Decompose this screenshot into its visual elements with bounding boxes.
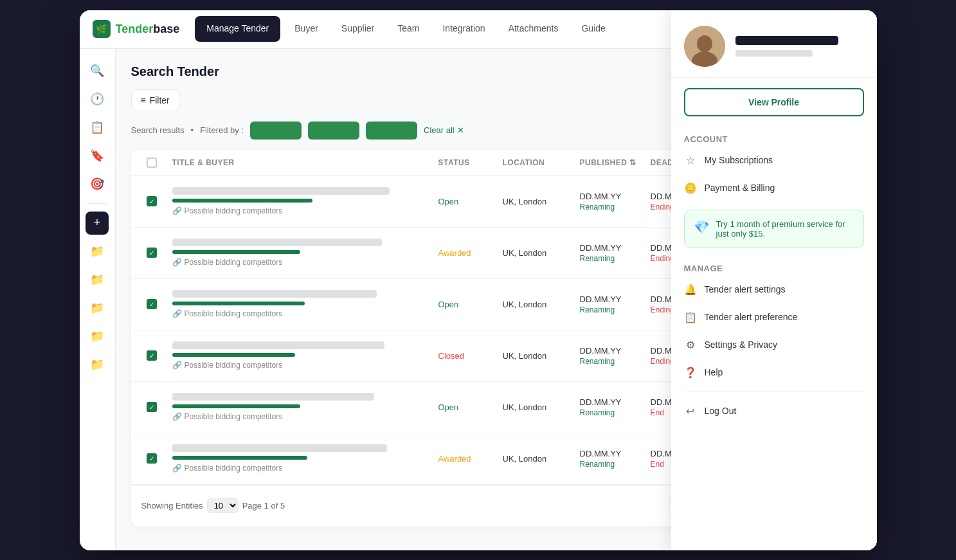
profile-avatar — [684, 49, 725, 67]
diamond-icon: 💎 — [694, 219, 710, 235]
profile-panel: View Profile Account ☆ My Subscriptions … — [671, 49, 877, 550]
sidebar-icon-folder-dark[interactable]: 📁 — [86, 353, 109, 376]
sidebar-icon-folder-blue[interactable]: 📁 — [86, 325, 109, 348]
title-bar — [172, 341, 384, 349]
nav-team[interactable]: Team — [386, 10, 431, 49]
nav-supplier[interactable]: Supplier — [330, 10, 386, 49]
row-status-3: Open — [433, 294, 498, 314]
premium-banner[interactable]: 💎 Try 1 month of premium service for jus… — [684, 210, 864, 248]
help-menu-item[interactable]: ❓ Help — [671, 359, 877, 386]
billing-icon: 🪙 — [684, 182, 697, 194]
progress-bar — [172, 302, 305, 305]
filter-chip-2[interactable] — [308, 122, 359, 140]
filter-icon: ≡ — [141, 95, 146, 105]
row-title-3: 🔗 Possible bidding competitors — [167, 285, 433, 323]
clear-all-button[interactable]: Clear all ✕ — [424, 125, 464, 135]
showing-label: Showing Entities — [141, 501, 203, 510]
row-checkbox-3[interactable]: ✓ — [141, 294, 167, 314]
page-info: Page 1 of 5 — [242, 501, 285, 510]
row-title-2: 🔗 Possible bidding competitors — [167, 233, 433, 272]
sidebar: 🔍 🕐 📋 🔖 🎯 + 📁 📁 📁 📁 📁 — [80, 49, 116, 550]
logo-icon: 🌿 — [93, 20, 111, 38]
sidebar-icon-clock[interactable]: 🕐 — [86, 87, 109, 111]
row-status-5: Open — [433, 397, 498, 417]
clear-icon: ✕ — [457, 125, 464, 135]
sidebar-icon-target[interactable]: 🎯 — [86, 172, 109, 195]
competitor-link[interactable]: 🔗 Possible bidding competitors — [172, 464, 428, 473]
nav-buyer[interactable]: Buyer — [283, 10, 330, 49]
row-title-1: 🔗 Possible bidding competitors — [167, 182, 433, 221]
row-checkbox-6[interactable]: ✓ — [141, 448, 167, 469]
filtered-by-label: • — [191, 125, 194, 135]
progress-bar — [172, 353, 295, 357]
settings-privacy-menu-item[interactable]: ⚙ Settings & Privacy — [671, 331, 877, 359]
alert-settings-icon: 🔔 — [684, 284, 697, 296]
row-checkbox-5[interactable]: ✓ — [141, 397, 167, 417]
per-page-select[interactable]: 10 20 50 — [207, 498, 239, 513]
tender-alert-preference-menu-item[interactable]: 📋 Tender alert preference — [671, 303, 877, 331]
row-location-3: UK, London — [498, 294, 575, 314]
row-location-6: UK, London — [498, 449, 575, 469]
title-bar — [172, 239, 382, 246]
competitor-link[interactable]: 🔗 Possible bidding competitors — [172, 309, 428, 318]
view-profile-button[interactable]: View Profile — [684, 88, 864, 116]
filter-chip-1[interactable] — [250, 122, 302, 140]
progress-bar — [172, 404, 300, 408]
payment-billing-menu-item[interactable]: 🪙 Payment & Billing — [671, 174, 877, 202]
sidebar-icon-list[interactable]: 📋 — [86, 116, 109, 139]
logo-text: Tenderbase — [116, 23, 180, 36]
row-published-4: DD.MM.YY Renaming — [575, 341, 645, 371]
nav-manage-tender[interactable]: Manage Tender — [195, 16, 280, 42]
sidebar-icon-add[interactable]: + — [86, 212, 109, 235]
sidebar-icon-folder-orange[interactable]: 📁 — [86, 268, 109, 291]
logo: 🌿 Tenderbase — [93, 20, 180, 38]
help-icon: ❓ — [684, 366, 697, 379]
settings-icon: ⚙ — [684, 339, 697, 351]
row-title-4: 🔗 Possible bidding competitors — [167, 336, 433, 375]
main-layout: 🔍 🕐 📋 🔖 🎯 + 📁 📁 📁 📁 📁 Search Tender ≡ Fi… — [80, 49, 877, 550]
th-title: TITLE & BUYER — [167, 150, 433, 176]
sidebar-icon-folder-red[interactable]: 📁 — [86, 296, 109, 320]
nav-attachments[interactable]: Attachments — [497, 10, 570, 49]
logout-menu-item[interactable]: ↩ Log Out — [671, 397, 877, 425]
premium-text: Try 1 month of premium service for just … — [716, 219, 854, 239]
filter-button[interactable]: ≡ Filter — [131, 89, 179, 111]
profile-header — [671, 49, 877, 78]
th-published: PUBLISHED ⇅ — [575, 150, 645, 176]
nav-guide[interactable]: Guide — [570, 10, 617, 49]
header-checkbox[interactable] — [147, 158, 157, 168]
sidebar-icon-bookmark[interactable]: 🔖 — [86, 144, 109, 167]
subscriptions-icon: ☆ — [684, 154, 697, 167]
filter-chip-3[interactable] — [366, 122, 417, 140]
row-checkbox-2[interactable]: ✓ — [141, 242, 167, 263]
settings-privacy-label: Settings & Privacy — [705, 339, 778, 350]
showing-entities: Showing Entities 10 20 50 Page 1 of 5 — [141, 498, 285, 513]
row-status-4: Closed — [433, 346, 498, 366]
row-checkbox-4[interactable]: ✓ — [141, 345, 167, 366]
sidebar-icon-search[interactable]: 🔍 — [86, 59, 109, 82]
row-status-1: Open — [433, 192, 498, 212]
logout-icon: ↩ — [684, 405, 697, 417]
profile-info — [735, 49, 838, 57]
row-status-6: Awarded — [433, 449, 498, 469]
title-bar — [172, 393, 374, 401]
competitor-link[interactable]: 🔗 Possible bidding competitors — [172, 412, 428, 421]
th-location: LOCATION — [498, 150, 575, 176]
row-checkbox-1[interactable]: ✓ — [141, 191, 167, 212]
row-location-2: UK, London — [498, 243, 575, 263]
my-subscriptions-label: My Subscriptions — [705, 155, 773, 165]
th-status: STATUS — [433, 150, 498, 176]
progress-bar — [172, 250, 300, 254]
my-subscriptions-menu-item[interactable]: ☆ My Subscriptions — [671, 147, 877, 174]
divider — [684, 392, 864, 392]
competitor-link[interactable]: 🔗 Possible bidding competitors — [172, 361, 428, 370]
sidebar-icon-folder-green[interactable]: 📁 — [86, 240, 109, 263]
alert-settings-label: Tender alert settings — [705, 284, 786, 294]
manage-section-label: Manage — [671, 256, 877, 276]
th-checkbox — [141, 150, 167, 176]
nav-integration[interactable]: Integration — [431, 10, 496, 49]
tender-alert-settings-menu-item[interactable]: 🔔 Tender alert settings — [671, 276, 877, 303]
payment-billing-label: Payment & Billing — [705, 183, 775, 193]
competitor-link[interactable]: 🔗 Possible bidding competitors — [172, 206, 428, 215]
competitor-link[interactable]: 🔗 Possible bidding competitors — [172, 258, 428, 267]
